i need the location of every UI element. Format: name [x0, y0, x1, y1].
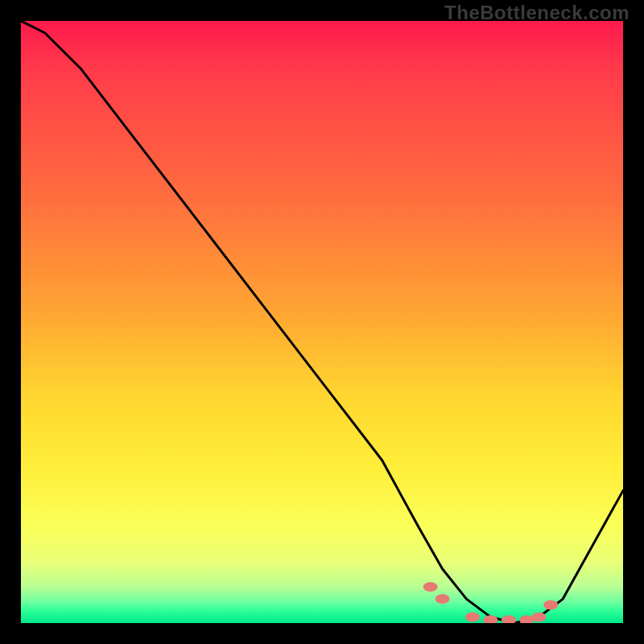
highlight-dot	[531, 613, 546, 622]
highlight-dot	[465, 613, 480, 622]
bottleneck-curve-path	[21, 21, 623, 623]
chart-frame: TheBottleneck.com	[0, 0, 644, 644]
highlight-dots-group	[423, 582, 559, 623]
highlight-dot	[502, 615, 516, 623]
highlight-dot	[423, 582, 438, 592]
highlight-dot	[543, 601, 558, 610]
highlight-dot	[483, 615, 497, 623]
plot-area	[21, 21, 623, 623]
watermark-text: TheBottleneck.com	[444, 2, 630, 24]
highlight-dot	[436, 594, 450, 604]
curve-overlay	[21, 21, 623, 623]
